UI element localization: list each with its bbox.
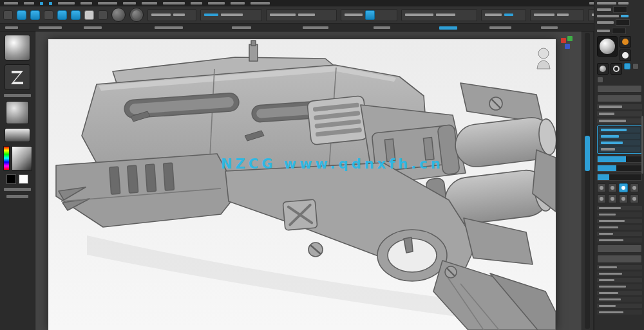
toolbar-blue-button[interactable] <box>365 10 375 20</box>
subbar-control[interactable] <box>5 26 18 29</box>
tray-control[interactable] <box>4 188 31 191</box>
saturation-value-box[interactable] <box>12 146 32 170</box>
palette-section-row[interactable] <box>597 278 642 282</box>
toolbar-group[interactable] <box>481 9 526 21</box>
palette-section-row[interactable] <box>597 304 642 308</box>
palette-header[interactable] <box>597 2 616 5</box>
tool-button-active[interactable] <box>30 10 40 20</box>
scroll-track[interactable] <box>585 33 590 329</box>
menu-item[interactable] <box>80 2 92 5</box>
current-tool-thumbnail[interactable] <box>5 35 30 60</box>
secondary-color-swatch[interactable] <box>19 174 28 184</box>
tool-button[interactable] <box>98 10 108 20</box>
palette-header[interactable] <box>618 2 629 5</box>
bust-preview-icon[interactable] <box>535 47 552 70</box>
palette-header[interactable] <box>597 8 611 11</box>
palette-section-row[interactable] <box>597 232 642 236</box>
document-canvas[interactable]: NZCG www.qdnxfh.cn <box>48 39 556 330</box>
palette-section-row[interactable] <box>597 265 642 270</box>
tool-button[interactable] <box>84 10 94 20</box>
tool-button[interactable] <box>44 10 53 20</box>
palette-section-row[interactable] <box>597 206 642 210</box>
subbar-control[interactable] <box>489 26 511 29</box>
subbar-control[interactable] <box>232 26 251 29</box>
toolbar-group[interactable] <box>401 9 477 21</box>
grid-button[interactable] <box>619 194 628 203</box>
palette-scrollbar[interactable] <box>641 116 643 174</box>
value-box[interactable] <box>612 28 626 34</box>
canvas-scrollbar[interactable] <box>582 32 594 330</box>
brush-alpha-icon[interactable] <box>129 8 144 22</box>
subtool-row[interactable] <box>599 134 640 139</box>
palette-wide-button[interactable] <box>597 244 642 253</box>
menu-item[interactable] <box>4 2 18 5</box>
menu-item[interactable] <box>24 2 34 5</box>
viewport[interactable]: NZCG www.qdnxfh.cn <box>35 32 583 330</box>
tool-button[interactable] <box>3 10 13 20</box>
brush-stroke-icon[interactable] <box>111 8 126 22</box>
material-white-icon[interactable] <box>620 50 631 61</box>
material-ring-icon[interactable] <box>611 63 622 75</box>
mini-button-active[interactable] <box>624 63 630 69</box>
palette-section-row[interactable] <box>597 225 642 230</box>
active-tool-thumbnail[interactable] <box>597 36 618 57</box>
subtool-row[interactable] <box>599 147 640 152</box>
subbar-control[interactable] <box>374 26 390 29</box>
material-thumbnail[interactable] <box>6 101 29 124</box>
toolbar-group[interactable] <box>147 9 196 21</box>
menu-item[interactable] <box>98 2 117 5</box>
subbar-control[interactable] <box>303 26 328 29</box>
mini-button[interactable] <box>632 63 639 69</box>
subtool-row[interactable] <box>599 140 640 145</box>
palette-header-active[interactable] <box>621 15 629 17</box>
menu-item[interactable] <box>251 2 270 5</box>
menu-blue-icon[interactable] <box>49 2 52 5</box>
palette-row[interactable] <box>597 118 642 124</box>
palette-section-row[interactable] <box>597 271 642 276</box>
menu-item[interactable] <box>142 2 157 5</box>
gradient-thumbnail[interactable] <box>5 128 30 142</box>
palette-section-row[interactable] <box>597 310 642 315</box>
subtool-row-active[interactable] <box>599 127 640 133</box>
subbar-control[interactable] <box>541 26 558 29</box>
hue-strip[interactable] <box>3 146 10 170</box>
subbar-control[interactable] <box>84 26 102 29</box>
menu-item[interactable] <box>163 2 185 5</box>
grid-button[interactable] <box>630 194 639 203</box>
axis-z-icon[interactable] <box>565 44 570 49</box>
menu-item[interactable] <box>208 2 225 5</box>
palette-section-row[interactable] <box>597 284 642 289</box>
palette-wide-button[interactable] <box>597 85 642 93</box>
palette-row[interactable] <box>597 104 642 109</box>
scroll-thumb[interactable] <box>585 136 590 171</box>
tool-button-active[interactable] <box>57 10 67 20</box>
palette-header[interactable] <box>597 15 619 17</box>
palette-row[interactable] <box>597 111 642 116</box>
menu-item[interactable] <box>231 2 245 5</box>
grid-button[interactable] <box>597 194 606 203</box>
palette-wide-button[interactable] <box>597 255 642 263</box>
subbar-control[interactable] <box>155 26 183 29</box>
menu-blue-icon[interactable] <box>40 2 43 5</box>
gun-3d-model[interactable] <box>48 39 556 330</box>
mini-button[interactable] <box>597 77 603 83</box>
material-orange-icon[interactable] <box>620 36 631 48</box>
menu-item[interactable] <box>191 2 202 5</box>
brush-thumbnail[interactable] <box>5 64 30 90</box>
menu-item[interactable] <box>123 2 136 5</box>
toolbar-group[interactable] <box>341 9 397 21</box>
toolbar-group[interactable] <box>200 9 262 21</box>
palette-section-row[interactable] <box>597 297 642 302</box>
slider[interactable] <box>597 156 642 163</box>
grid-button[interactable] <box>597 183 606 192</box>
palette-section-row[interactable] <box>597 291 642 295</box>
subbar-control[interactable] <box>39 26 62 29</box>
axis-x-icon[interactable] <box>561 38 566 43</box>
slider[interactable] <box>597 174 642 181</box>
tool-button-active[interactable] <box>17 10 26 20</box>
material-gray-icon[interactable] <box>597 63 609 75</box>
palette-wide-button[interactable] <box>597 95 642 102</box>
menu-item[interactable] <box>58 2 75 5</box>
palette-section-row[interactable] <box>597 212 642 217</box>
axis-gizmo[interactable] <box>561 36 575 50</box>
